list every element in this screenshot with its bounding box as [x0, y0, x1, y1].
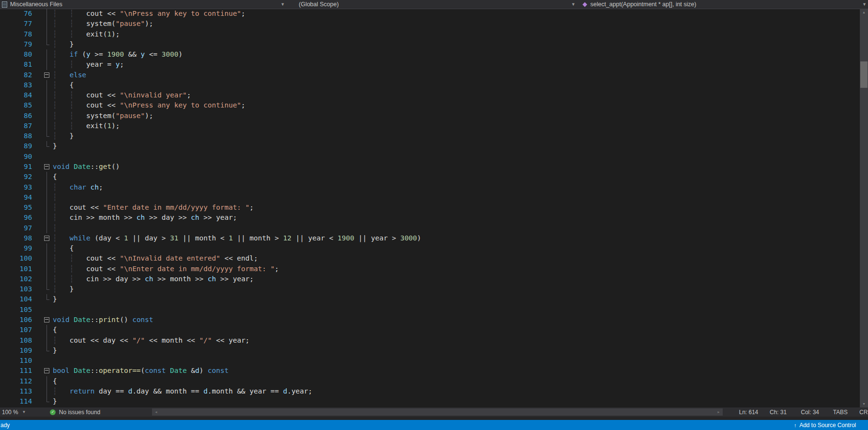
code-line[interactable]: 91void Date::get() — [0, 162, 860, 172]
code-line[interactable]: 98┆ while (day < 1 || day > 31 || month … — [0, 233, 860, 243]
code-line[interactable]: 110 — [0, 356, 860, 366]
line-number[interactable]: 78 — [0, 29, 40, 39]
document-health-indicator[interactable]: ✓ No issues found — [50, 407, 100, 417]
fold-toggle[interactable] — [40, 366, 53, 376]
code-editor[interactable]: 76┆ ┆ cout << "\nPress any key to contin… — [0, 9, 860, 407]
line-number[interactable]: 95 — [0, 203, 40, 213]
code-line[interactable]: 78┆ ┆ exit(1); — [0, 29, 860, 39]
code-line[interactable]: 102┆ ┆ cin >> day >> ch >> month >> ch >… — [0, 274, 860, 284]
scope-dropdown[interactable]: (Global Scope) — [296, 0, 582, 9]
line-number[interactable]: 102 — [0, 274, 40, 284]
code-line[interactable]: 106void Date::print() const — [0, 315, 860, 325]
code-line[interactable]: 85┆ ┆ cout << "\nPress any key to contin… — [0, 100, 860, 110]
code-line[interactable]: 114} — [0, 396, 860, 406]
fold-toggle[interactable] — [40, 162, 53, 172]
code-line[interactable]: 97┆ — [0, 223, 860, 233]
code-line[interactable]: 95┆ cout << "Enter date in mm/dd/yyyy fo… — [0, 203, 860, 213]
line-number[interactable]: 91 — [0, 162, 40, 172]
code-line[interactable]: 89} — [0, 141, 860, 151]
line-number[interactable]: 86 — [0, 111, 40, 121]
vertical-scrollbar[interactable]: ▲ ▼ — [860, 9, 868, 407]
line-number[interactable]: 103 — [0, 284, 40, 294]
line-number[interactable]: 90 — [0, 152, 40, 162]
line-number[interactable]: 108 — [0, 335, 40, 346]
line-number[interactable]: 80 — [0, 49, 40, 60]
code-line[interactable]: 87┆ ┆ exit(1); — [0, 121, 860, 131]
line-number[interactable]: 104 — [0, 294, 40, 304]
line-number[interactable]: 94 — [0, 192, 40, 203]
project-dropdown-chevron-icon[interactable]: ▼ — [281, 0, 285, 9]
code-line[interactable]: 81┆ ┆ year = y; — [0, 60, 860, 70]
code-line[interactable]: 86┆ ┆ system("pause"); — [0, 111, 860, 121]
code-line[interactable]: 83┆ { — [0, 80, 860, 90]
code-line[interactable]: 103┆ } — [0, 284, 860, 294]
line-number[interactable]: 106 — [0, 315, 40, 325]
code-line[interactable]: 96┆ cin >> month >> ch >> day >> ch >> y… — [0, 213, 860, 223]
add-to-source-control-button[interactable]: ↑ Add to Source Control — [794, 420, 856, 430]
fold-toggle[interactable] — [40, 233, 53, 243]
fold-toggle[interactable] — [40, 315, 53, 325]
line-number[interactable]: 77 — [0, 19, 40, 29]
line-number[interactable]: 85 — [0, 100, 40, 110]
line-number[interactable]: 82 — [0, 70, 40, 80]
code-line[interactable]: 84┆ ┆ cout << "\ninvalid year"; — [0, 90, 860, 100]
code-line[interactable]: 99┆ { — [0, 243, 860, 253]
line-number[interactable]: 101 — [0, 264, 40, 274]
vertical-scrollbar-thumb[interactable] — [860, 61, 868, 88]
line-number[interactable]: 100 — [0, 253, 40, 263]
line-number[interactable]: 96 — [0, 213, 40, 223]
code-line[interactable]: 77┆ ┆ system("pause"); — [0, 19, 860, 29]
fold-toggle[interactable] — [40, 70, 53, 80]
code-line[interactable]: 100┆ ┆ cout << "\nInvalid date entered" … — [0, 253, 860, 263]
project-dropdown[interactable]: Miscellaneous Files — [0, 0, 298, 9]
scroll-left-icon[interactable]: ◄ — [152, 408, 160, 416]
line-number[interactable]: 112 — [0, 376, 40, 386]
horizontal-scrollbar[interactable]: ◄ ► — [152, 408, 723, 416]
code-line[interactable]: 113┆ return day == d.day && month == d.m… — [0, 386, 860, 396]
line-number[interactable]: 107 — [0, 325, 40, 335]
line-number[interactable]: 99 — [0, 243, 40, 253]
code-line[interactable]: 107{ — [0, 325, 860, 335]
code-line[interactable]: 88┆ } — [0, 131, 860, 141]
line-number[interactable]: 109 — [0, 346, 40, 356]
line-number[interactable]: 89 — [0, 141, 40, 151]
scroll-right-icon[interactable]: ► — [715, 408, 723, 416]
line-number[interactable]: 93 — [0, 182, 40, 192]
line-number[interactable]: 105 — [0, 305, 40, 315]
code-line[interactable]: 112{ — [0, 376, 860, 386]
code-line[interactable]: 76┆ ┆ cout << "\nPress any key to contin… — [0, 9, 860, 19]
line-number[interactable]: 110 — [0, 356, 40, 366]
code-line[interactable]: 111bool Date::operator==(const Date &d) … — [0, 366, 860, 376]
member-dropdown[interactable]: select_appt(Appointment * ap[], int size… — [579, 0, 868, 9]
member-dropdown-chevron-icon[interactable]: ▼ — [862, 0, 867, 9]
scroll-up-icon[interactable]: ▲ — [860, 9, 868, 16]
scope-dropdown-chevron-icon[interactable]: ▼ — [571, 0, 575, 9]
code-line[interactable]: 101┆ ┆ cout << "\nEnter date in mm/dd/yy… — [0, 264, 860, 274]
line-number[interactable]: 113 — [0, 386, 40, 396]
code-line[interactable]: 90 — [0, 152, 860, 162]
code-line[interactable]: 108┆ cout << day << "/" << month << "/" … — [0, 335, 860, 346]
code-line[interactable]: 105 — [0, 305, 860, 315]
line-number[interactable]: 79 — [0, 39, 40, 49]
line-number[interactable]: 83 — [0, 80, 40, 90]
code-line[interactable]: 92{ — [0, 172, 860, 182]
code-line[interactable]: 109} — [0, 346, 860, 356]
line-number[interactable]: 84 — [0, 90, 40, 100]
code-line[interactable]: 94┆ — [0, 192, 860, 203]
line-number[interactable]: 88 — [0, 131, 40, 141]
line-number[interactable]: 81 — [0, 60, 40, 70]
code-line[interactable]: 79┆ } — [0, 39, 860, 49]
code-line[interactable]: 104} — [0, 294, 860, 304]
line-number[interactable]: 97 — [0, 223, 40, 233]
line-number[interactable]: 114 — [0, 396, 40, 406]
zoom-control[interactable]: 100 % ▼ — [2, 407, 26, 417]
code-line[interactable]: 82┆ else — [0, 70, 860, 80]
line-number[interactable]: 111 — [0, 366, 40, 376]
code-line[interactable]: 80┆ if (y >= 1900 && y <= 3000) — [0, 49, 860, 60]
line-number[interactable]: 76 — [0, 9, 40, 19]
line-number[interactable]: 87 — [0, 121, 40, 131]
line-number[interactable]: 98 — [0, 233, 40, 243]
code-line[interactable]: 93┆ char ch; — [0, 182, 860, 192]
line-number[interactable]: 92 — [0, 172, 40, 182]
scroll-down-icon[interactable]: ▼ — [860, 400, 868, 407]
